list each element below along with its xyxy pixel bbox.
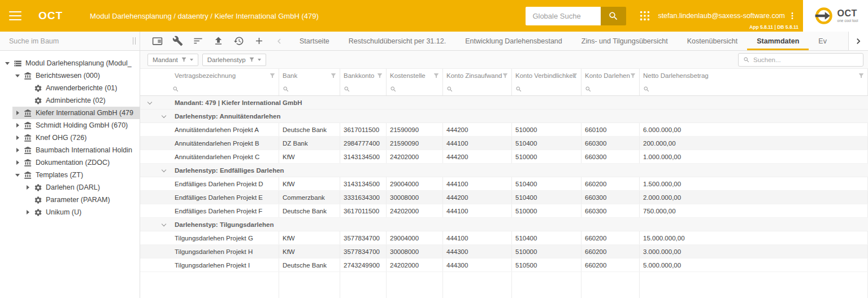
column-header-kostenstelle[interactable]: Kostenstelle — [387, 69, 443, 82]
cell-konto-darlehen[interactable]: 660300 — [581, 204, 640, 217]
funnel-icon[interactable] — [330, 72, 337, 79]
column-header-konto-verbindlichkeit[interactable]: Konto Verbindlichkeit — [512, 69, 581, 82]
cell-konto-zinsaufwand[interactable]: 444300 — [443, 258, 512, 271]
cell-konto-verbindlichkeit[interactable]: 510400 — [512, 231, 581, 244]
column-filter-netto-darlehensbetrag[interactable] — [640, 82, 868, 95]
reader-mode-icon[interactable] — [152, 36, 163, 47]
cell-kostenstelle[interactable]: 29004000 — [387, 231, 443, 244]
cell-netto-darlehensbetrag[interactable]: 200.000,00 — [640, 137, 868, 150]
cell-netto-darlehensbetrag[interactable]: 6.000.000,00 — [640, 123, 868, 136]
tree-item-berichtswesen-000[interactable]: Berichtswesen (000) — [12, 69, 140, 82]
tree-item-anwenderberichte-01[interactable]: Anwenderberichte (01) — [23, 82, 140, 94]
cell-vertragsbezeichnung[interactable]: Tilgungsdarlehen Projekt G — [140, 231, 279, 244]
column-filter-konto-zinsaufwand[interactable] — [443, 82, 512, 95]
cell-konto-darlehen[interactable]: 660200 — [581, 245, 640, 258]
cell-netto-darlehensbetrag[interactable]: 15.000.000,00 — [640, 231, 868, 244]
column-header-vertragsbezeichnung[interactable]: Vertragsbezeichnung — [140, 69, 279, 82]
cell-kostenstelle[interactable]: 24202000 — [387, 204, 443, 217]
cell-bankkonto[interactable]: 2743249900 — [340, 258, 387, 271]
funnel-icon[interactable] — [249, 56, 255, 63]
cell-bank[interactable]: KfW — [279, 231, 340, 244]
chevron-collapsed-icon[interactable] — [12, 135, 23, 140]
global-search-button[interactable] — [601, 7, 626, 25]
column-filter-konto-darlehen[interactable] — [581, 82, 640, 95]
cell-konto-zinsaufwand[interactable]: 444300 — [443, 245, 512, 258]
group-chip-mandant[interactable]: Mandant — [147, 54, 198, 66]
cell-konto-verbindlichkeit[interactable]: 510500 — [512, 258, 581, 271]
chevron-collapsed-icon[interactable] — [12, 160, 23, 165]
tree-search[interactable]: Suche im Baum — [0, 32, 140, 50]
cell-konto-zinsaufwand[interactable]: 444200 — [443, 150, 512, 163]
tree-item-darlehen-darl[interactable]: Darlehen (DARL) — [23, 181, 140, 194]
chevron-collapsed-icon[interactable] — [12, 123, 23, 128]
cell-bank[interactable]: KfW — [279, 177, 340, 190]
sort-icon[interactable] — [193, 36, 204, 47]
tree-item-knef-ohg-726[interactable]: Knef OHG (726) — [12, 132, 140, 144]
cell-bankkonto[interactable]: 3331634300 — [340, 191, 387, 204]
column-filter-vertragsbezeichnung[interactable] — [140, 82, 279, 95]
cell-konto-verbindlichkeit[interactable]: 510000 — [512, 123, 581, 136]
cell-bankkonto[interactable]: 3143134500 — [340, 177, 387, 190]
tab-restschuld-bersicht-per-31-12[interactable]: Restschuldübersicht per 31.12. — [339, 32, 455, 50]
collapse-caret-icon[interactable] — [162, 222, 166, 226]
cell-vertragsbezeichnung[interactable]: Endfälliges Darlehen Projekt E — [140, 191, 279, 204]
cell-netto-darlehensbetrag[interactable]: 1.500.000,00 — [640, 177, 868, 190]
cell-konto-verbindlichkeit[interactable]: 510000 — [512, 245, 581, 258]
column-header-bankkonto[interactable]: Bankkonto — [340, 69, 387, 82]
funnel-icon[interactable] — [571, 72, 578, 79]
tab-kosten-bersicht[interactable]: Kostenübersicht — [678, 32, 748, 50]
tree-item-unikum-u[interactable]: Unikum (U) — [23, 206, 140, 218]
group-chip-darlehenstyp[interactable]: Darlehenstyp — [202, 54, 266, 66]
more-menu-icon[interactable] — [787, 11, 797, 21]
cell-bankkonto[interactable]: 3617011500 — [340, 123, 387, 136]
group-row-darlehenstyp-endf-lliges-darlehen[interactable]: Darlehenstyp: Endfälliges Darlehen — [140, 164, 868, 177]
cell-konto-darlehen[interactable]: 660300 — [581, 137, 640, 150]
user-email[interactable]: stefan.lindenlaub@saxess-software.com — [658, 12, 785, 20]
cell-konto-zinsaufwand[interactable]: 444100 — [443, 177, 512, 190]
cell-bankkonto[interactable]: 3577834700 — [340, 245, 387, 258]
chevron-collapsed-icon[interactable] — [12, 148, 23, 152]
table-row-endf-lliges-darlehen-projekt-f[interactable]: Endfälliges Darlehen Projekt FDeutsche B… — [140, 204, 868, 218]
cell-konto-zinsaufwand[interactable]: 444100 — [443, 231, 512, 244]
cell-kostenstelle[interactable]: 21590090 — [387, 137, 443, 150]
cell-bankkonto[interactable]: 3617011500 — [340, 204, 387, 217]
funnel-icon[interactable] — [269, 72, 276, 79]
cell-vertragsbezeichnung[interactable]: Tilgungsdarlehen Projekt I — [140, 258, 279, 271]
cell-konto-darlehen[interactable]: 660300 — [581, 191, 640, 204]
cell-bank[interactable]: Commerzbank — [279, 191, 340, 204]
cell-netto-darlehensbetrag[interactable]: 1.000.000,00 — [640, 150, 868, 163]
cell-konto-zinsaufwand[interactable]: 444100 — [443, 204, 512, 217]
cell-konto-darlehen[interactable]: 660100 — [581, 123, 640, 136]
global-search-input[interactable] — [526, 7, 601, 25]
cell-konto-zinsaufwand[interactable]: 444100 — [443, 137, 512, 150]
cell-konto-zinsaufwand[interactable]: 444200 — [443, 123, 512, 136]
grid-search-input[interactable] — [753, 56, 858, 63]
cell-vertragsbezeichnung[interactable]: Annuitätendarlehen Projekt B — [140, 137, 279, 150]
cell-vertragsbezeichnung[interactable]: Annuitätendarlehen Projekt C — [140, 150, 279, 163]
cell-vertragsbezeichnung[interactable]: Tilgungsdarlehen Projekt H — [140, 245, 279, 258]
chevron-expanded-icon[interactable] — [12, 74, 23, 77]
cell-konto-darlehen[interactable]: 660200 — [581, 231, 640, 244]
group-row-mandant[interactable]: Mandant: 479 | Kiefer International GmbH — [140, 96, 868, 109]
cell-kostenstelle[interactable]: 21590090 — [387, 123, 443, 136]
chevron-collapsed-icon[interactable] — [12, 111, 23, 115]
table-row-annuit-tendarlehen-projekt-c[interactable]: Annuitätendarlehen Projekt CKfW314313450… — [140, 150, 868, 164]
cell-vertragsbezeichnung[interactable]: Endfälliges Darlehen Projekt D — [140, 177, 279, 190]
group-row-darlehenstyp-annuit-tendarlehen[interactable]: Darlehenstyp: Annuitätendarlehen — [140, 109, 868, 123]
column-filter-bankkonto[interactable] — [340, 82, 387, 95]
funnel-icon[interactable] — [502, 72, 509, 79]
chevron-collapsed-icon[interactable] — [23, 210, 33, 214]
menu-icon[interactable] — [9, 8, 21, 23]
cell-netto-darlehensbetrag[interactable]: 5.000.000,00 — [640, 258, 868, 271]
funnel-icon[interactable] — [858, 72, 865, 79]
collapse-caret-icon[interactable] — [147, 100, 152, 104]
column-header-netto-darlehensbetrag[interactable]: Netto Darlehensbetrag — [640, 69, 868, 82]
tree-item-kiefer-international-gmbh-479[interactable]: Kiefer International GmbH (479 — [12, 107, 140, 119]
funnel-icon[interactable] — [630, 72, 636, 79]
tab-stammdaten[interactable]: Stammdaten — [747, 32, 809, 50]
cell-konto-zinsaufwand[interactable]: 444200 — [443, 191, 512, 204]
tree-item-schmidt-holding-gmbh-670[interactable]: Schmidt Holding GmbH (670) — [12, 119, 140, 132]
collapse-caret-icon[interactable] — [162, 168, 166, 172]
cell-konto-verbindlichkeit[interactable]: 510400 — [512, 137, 581, 150]
cell-bank[interactable]: DZ Bank — [279, 137, 340, 150]
